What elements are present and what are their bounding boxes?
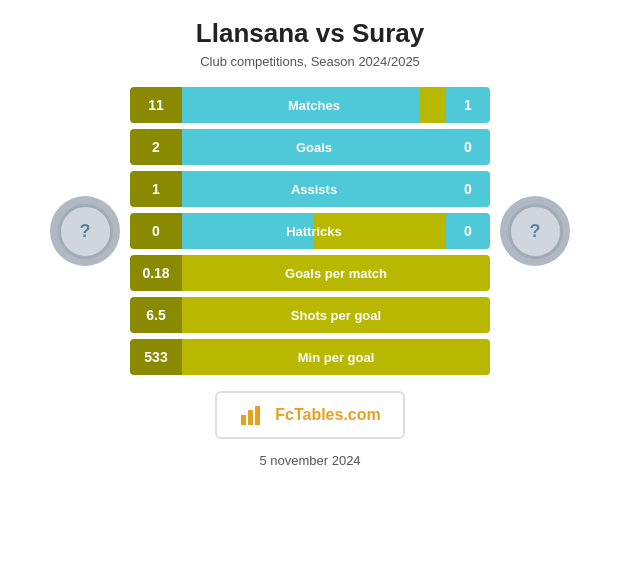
stat-row-6: 533Min per goal: [130, 339, 490, 375]
stat-left-6: 533: [130, 339, 182, 375]
svg-rect-2: [255, 406, 260, 425]
stat-row-5: 6.5Shots per goal: [130, 297, 490, 333]
avatar-right: ?: [490, 141, 580, 321]
stat-bar-container-5: Shots per goal: [182, 297, 490, 333]
stat-right-1: 0: [446, 129, 490, 165]
stats-section: 11Matches12Goals01Assists00Hattricks00.1…: [130, 87, 490, 375]
stat-left-0: 11: [130, 87, 182, 123]
stat-row-2: 1Assists0: [130, 171, 490, 207]
stat-left-3: 0: [130, 213, 182, 249]
logo-icon: [239, 401, 267, 429]
logo-text: FcTables.com: [275, 406, 381, 424]
stat-label-6: Min per goal: [182, 350, 490, 365]
stat-bar-container-1: Goals: [182, 129, 446, 165]
stat-left-5: 6.5: [130, 297, 182, 333]
main-content: ? 11Matches12Goals01Assists00Hattricks00…: [0, 87, 620, 375]
stat-label-1: Goals: [182, 140, 446, 155]
stat-label-0: Matches: [182, 98, 446, 113]
stat-label-2: Assists: [182, 182, 446, 197]
avatar-right-circle: ?: [500, 196, 570, 266]
svg-rect-0: [241, 415, 246, 425]
stat-left-1: 2: [130, 129, 182, 165]
stat-row-4: 0.18Goals per match: [130, 255, 490, 291]
stat-right-2: 0: [446, 171, 490, 207]
stat-bar-container-6: Min per goal: [182, 339, 490, 375]
avatar-left: ?: [40, 141, 130, 321]
logo-suffix: .com: [343, 406, 380, 423]
svg-rect-1: [248, 410, 253, 425]
page-subtitle: Club competitions, Season 2024/2025: [200, 54, 420, 69]
logo-tables: Tables: [294, 406, 344, 423]
stat-label-3: Hattricks: [182, 224, 446, 239]
avatar-left-circle: ?: [50, 196, 120, 266]
page-title: Llansana vs Suray: [196, 18, 424, 49]
stat-left-2: 1: [130, 171, 182, 207]
stat-label-5: Shots per goal: [182, 308, 490, 323]
stat-bar-container-2: Assists: [182, 171, 446, 207]
stat-label-4: Goals per match: [182, 266, 490, 281]
stat-right-3: 0: [446, 213, 490, 249]
stat-row-0: 11Matches1: [130, 87, 490, 123]
date-text: 5 november 2024: [259, 453, 360, 468]
stat-bar-container-4: Goals per match: [182, 255, 490, 291]
logo-box: FcTables.com: [215, 391, 405, 439]
logo-fc: Fc: [275, 406, 294, 423]
stat-row-1: 2Goals0: [130, 129, 490, 165]
stat-right-0: 1: [446, 87, 490, 123]
stat-bar-container-0: Matches: [182, 87, 446, 123]
stat-left-4: 0.18: [130, 255, 182, 291]
stat-row-3: 0Hattricks0: [130, 213, 490, 249]
page-wrapper: Llansana vs Suray Club competitions, Sea…: [0, 0, 620, 580]
stat-bar-container-3: Hattricks: [182, 213, 446, 249]
avatar-left-placeholder: ?: [58, 204, 113, 259]
avatar-right-placeholder: ?: [508, 204, 563, 259]
